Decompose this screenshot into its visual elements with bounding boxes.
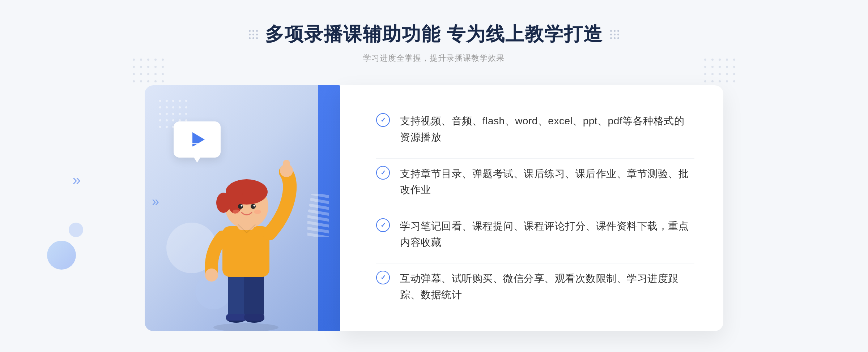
svg-point-3 <box>154 59 157 61</box>
main-title: 多项录播课辅助功能 专为线上教学打造 <box>265 22 603 47</box>
svg-point-56 <box>238 204 243 209</box>
svg-point-57 <box>251 204 256 209</box>
feature-text-1: 支持视频、音频、flash、word、excel、ppt、pdf等各种格式的资源… <box>400 113 694 146</box>
svg-point-10 <box>133 73 135 75</box>
svg-point-11 <box>140 73 142 75</box>
feature-item-1: 支持视频、音频、flash、word、excel、ppt、pdf等各种格式的资源… <box>376 106 694 153</box>
svg-point-18 <box>154 80 157 82</box>
svg-rect-45 <box>226 314 246 321</box>
svg-rect-46 <box>244 314 264 321</box>
svg-rect-47 <box>222 226 269 277</box>
svg-point-27 <box>719 66 721 68</box>
svg-point-25 <box>704 66 706 68</box>
title-row: 多项录播课辅助功能 专为线上教学打造 <box>249 22 619 47</box>
svg-point-55 <box>216 193 231 213</box>
svg-rect-49 <box>283 160 290 173</box>
svg-point-37 <box>719 80 721 82</box>
features-card: 支持视频、音频、flash、word、excel、ppt、pdf等各种格式的资源… <box>340 85 723 331</box>
check-icon-1 <box>376 113 390 127</box>
subtitle: 学习进度全掌握，提升录播课教学效果 <box>249 53 619 64</box>
svg-point-39 <box>733 80 735 82</box>
dot-grid-left <box>130 56 166 85</box>
svg-point-12 <box>147 73 149 75</box>
svg-point-14 <box>162 73 164 75</box>
page-deco-left: » <box>72 171 77 189</box>
svg-point-38 <box>726 80 728 82</box>
svg-point-8 <box>154 66 157 68</box>
svg-point-60 <box>233 210 240 214</box>
illustration-card: » <box>145 85 347 331</box>
feature-item-2: 支持章节目录、弹题考试、课后练习、课后作业、章节测验、批改作业 <box>376 158 694 206</box>
svg-point-5 <box>133 66 135 68</box>
check-icon-3 <box>376 218 390 232</box>
chevron-left-icon: » <box>152 195 159 208</box>
feature-text-4: 互动弹幕、试听购买、微信分享、观看次数限制、学习进度跟踪、数据统计 <box>400 271 694 303</box>
svg-point-2 <box>147 59 149 61</box>
svg-point-20 <box>704 59 706 61</box>
svg-point-58 <box>241 205 243 207</box>
left-circle-deco <box>47 241 76 270</box>
svg-point-15 <box>133 80 135 82</box>
feature-item-3: 学习笔记回看、课程提问、课程评论打分、课件资料下载，重点内容收藏 <box>376 211 694 258</box>
chevron-right-icon: » <box>72 171 77 189</box>
svg-point-30 <box>704 73 706 75</box>
check-icon-4 <box>376 271 390 284</box>
svg-point-35 <box>704 80 706 82</box>
svg-point-34 <box>733 73 735 75</box>
check-icon-2 <box>376 166 390 180</box>
left-small-circle-deco <box>69 223 83 237</box>
svg-point-19 <box>162 80 164 82</box>
svg-point-6 <box>140 66 142 68</box>
feature-text-3: 学习笔记回看、课程提问、课程评论打分、课件资料下载，重点内容收藏 <box>400 218 694 251</box>
title-dots-left <box>249 30 258 39</box>
svg-point-36 <box>711 80 714 82</box>
stripe-decoration <box>307 194 329 237</box>
svg-point-23 <box>726 59 728 61</box>
svg-point-21 <box>711 59 714 61</box>
svg-point-9 <box>162 66 164 68</box>
svg-point-26 <box>711 66 714 68</box>
svg-point-59 <box>254 205 255 207</box>
svg-point-13 <box>154 73 157 75</box>
svg-point-28 <box>726 66 728 68</box>
feature-item-4: 互动弹幕、试听购买、微信分享、观看次数限制、学习进度跟踪、数据统计 <box>376 263 694 310</box>
svg-point-16 <box>140 80 142 82</box>
title-dots-right <box>610 30 619 39</box>
header-section: 多项录播课辅助功能 专为线上教学打造 学习进度全掌握，提升录播课教学效果 <box>249 22 619 64</box>
svg-point-40 <box>213 323 278 331</box>
svg-point-29 <box>733 66 735 68</box>
svg-point-22 <box>719 59 721 61</box>
svg-point-61 <box>254 210 261 214</box>
svg-point-17 <box>147 80 149 82</box>
svg-point-32 <box>719 73 721 75</box>
page-container: » 多项录播课辅助功能 专为线上教学打造 学习进度全掌握，提升录播课教学效果 <box>0 0 868 352</box>
svg-point-24 <box>733 59 735 61</box>
svg-point-33 <box>726 73 728 75</box>
content-area: » <box>145 85 723 331</box>
svg-point-0 <box>133 59 135 61</box>
character-illustration <box>184 143 307 331</box>
svg-point-7 <box>147 66 149 68</box>
feature-text-2: 支持章节目录、弹题考试、课后练习、课后作业、章节测验、批改作业 <box>400 166 694 198</box>
svg-point-31 <box>711 73 714 75</box>
dot-grid-right <box>702 56 738 85</box>
svg-point-50 <box>205 269 218 282</box>
svg-point-1 <box>140 59 142 61</box>
svg-point-4 <box>162 59 164 61</box>
